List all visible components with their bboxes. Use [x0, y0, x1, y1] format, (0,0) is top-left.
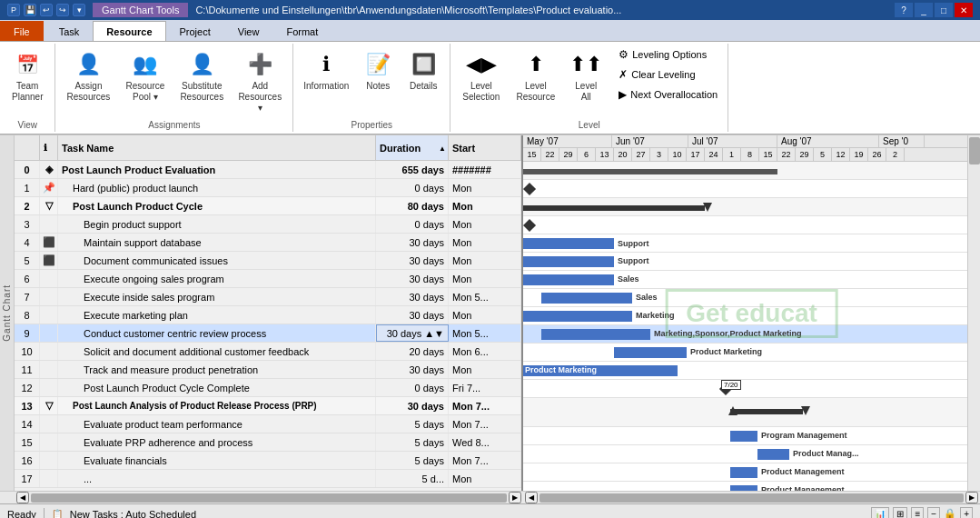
- table-header: ℹ Task Name Duration ▲ Start: [15, 135, 521, 161]
- table-body: 0 ◈ Post Launch Product Evaluation 655 d…: [15, 161, 521, 488]
- gantt-row-17: Product Management: [523, 482, 980, 491]
- tab-task[interactable]: Task: [45, 21, 94, 41]
- information-label: Information: [303, 81, 349, 92]
- team-planner-btn[interactable]: 📅 TeamPlanner: [5, 45, 49, 107]
- view-gantt-btn[interactable]: 📊: [871, 507, 889, 518]
- td-duration: 80 days: [376, 197, 449, 214]
- day-17: 17: [687, 148, 705, 161]
- status-bar: Ready 📋 New Tasks : Auto Scheduled 📊 ⊞ ≡…: [0, 503, 980, 518]
- view-timeline-btn[interactable]: ≡: [911, 507, 924, 518]
- details-btn[interactable]: 🔲 Details: [402, 45, 444, 96]
- next-overallocation-btn[interactable]: ▶ Next Overallocation: [614, 85, 722, 104]
- chart-scroll-left-btn[interactable]: ◀: [525, 492, 538, 503]
- zoom-out-btn[interactable]: −: [927, 507, 940, 518]
- day-6: 6: [578, 148, 596, 161]
- information-icon: ℹ: [312, 50, 341, 79]
- td-start: Mon: [449, 197, 521, 214]
- tab-resource[interactable]: Resource: [93, 21, 165, 41]
- vertical-scrollbar[interactable]: [967, 135, 980, 491]
- td-indicator: [40, 470, 58, 487]
- table-row[interactable]: 10 Solicit and document additional custo…: [15, 343, 521, 361]
- table-row[interactable]: 15 Evaluate PRP adherence and process 5 …: [15, 433, 521, 452]
- td-indicator: [40, 324, 58, 342]
- gantt-row-3: [523, 216, 980, 234]
- scrollbar-spacer-left: [0, 492, 15, 503]
- table-row[interactable]: 1 📌 Hard (public) product launch 0 days …: [15, 179, 521, 197]
- table-row[interactable]: 5 ⬛ Document communicated issues 30 days…: [15, 252, 521, 270]
- bar-summary-0: [523, 169, 777, 174]
- td-start: Wed 8...: [449, 433, 521, 451]
- information-btn[interactable]: ℹ Information: [299, 45, 353, 96]
- scroll-thumb-h[interactable]: [31, 493, 507, 503]
- toolbar-icon[interactable]: ▾: [73, 4, 85, 16]
- tab-project[interactable]: Project: [166, 21, 224, 41]
- leveling-options-btn[interactable]: ⚙ Leveling Options: [614, 45, 722, 64]
- level-selection-btn[interactable]: ◀▶ LevelSelection: [456, 45, 506, 107]
- resource-pool-btn[interactable]: 👥 ResourcePool ▾: [119, 45, 171, 107]
- scroll-thumb-v[interactable]: [969, 137, 980, 164]
- td-duration: 20 days: [376, 343, 449, 360]
- level-all-label: LevelAll: [575, 81, 597, 103]
- td-id: 15: [15, 433, 40, 451]
- chart-scroll-right-btn[interactable]: ▶: [965, 492, 978, 503]
- table-row[interactable]: 13 ▽ Post Launch Analysis of Product Rel…: [15, 397, 521, 415]
- td-id: 6: [15, 270, 40, 287]
- app-icon: P: [7, 4, 20, 16]
- notes-btn[interactable]: 📝 Notes: [357, 45, 399, 96]
- tab-view[interactable]: View: [224, 21, 273, 41]
- td-id: 16: [15, 452, 40, 469]
- gantt-row-1: [523, 180, 980, 198]
- chart-scroll-thumb[interactable]: [539, 493, 964, 503]
- close-btn[interactable]: ✕: [955, 3, 973, 17]
- td-duration: 5 days: [376, 452, 449, 469]
- add-resources-btn[interactable]: ➕ AddResources ▾: [233, 45, 287, 118]
- minimize-btn[interactable]: _: [915, 3, 933, 17]
- help-btn[interactable]: ?: [895, 3, 913, 17]
- td-start: Mon 5...: [449, 324, 521, 342]
- assign-resources-btn[interactable]: 👤 AssignResources: [61, 45, 115, 107]
- th-duration[interactable]: Duration ▲: [376, 135, 449, 160]
- clear-leveling-btn[interactable]: ✗ Clear Leveling: [614, 65, 722, 84]
- tab-file[interactable]: File: [0, 21, 44, 41]
- table-row[interactable]: 6 Execute ongoing sales program 30 days …: [15, 270, 521, 288]
- table-row[interactable]: 9 Conduct customer centric review proces…: [15, 324, 521, 343]
- table-row[interactable]: 17 ... 5 d... Mon: [15, 470, 521, 488]
- redo-icon[interactable]: ↪: [56, 4, 69, 16]
- bar-10: Product Marketing: [614, 347, 687, 358]
- td-id: 2: [15, 197, 40, 214]
- day-1: 1: [723, 148, 741, 161]
- table-row[interactable]: 2 ▽ Post Launch Product Cycle 80 days Mo…: [15, 197, 521, 215]
- table-row[interactable]: 16 Evaluate financials 5 days Mon 7...: [15, 452, 521, 470]
- view-table-btn[interactable]: ⊞: [893, 507, 907, 518]
- day-22b: 22: [777, 148, 796, 161]
- tab-format[interactable]: Format: [272, 21, 332, 41]
- maximize-btn[interactable]: □: [935, 3, 953, 17]
- td-id: 1: [15, 179, 40, 196]
- td-start: Mon: [449, 270, 521, 287]
- save-icon[interactable]: 💾: [24, 4, 36, 16]
- substitute-resources-btn[interactable]: 👤 SubstituteResources: [174, 45, 229, 107]
- level-resource-btn[interactable]: ⬆ LevelResource: [510, 45, 561, 107]
- scroll-right-btn[interactable]: ▶: [509, 492, 521, 503]
- table-row[interactable]: 3 Begin product support 0 days Mon: [15, 215, 521, 234]
- table-row[interactable]: 8 Execute marketing plan 30 days Mon: [15, 306, 521, 324]
- level-all-btn[interactable]: ⬆⬆ LevelAll: [565, 45, 607, 107]
- bar-14: Program Management: [730, 431, 757, 442]
- zoom-in-btn[interactable]: +: [960, 507, 973, 518]
- table-row[interactable]: 14 Evaluate product team performance 5 d…: [15, 415, 521, 433]
- undo-icon[interactable]: ↩: [40, 4, 53, 16]
- table-row[interactable]: 0 ◈ Post Launch Product Evaluation 655 d…: [15, 161, 521, 179]
- bar-6: Sales: [523, 274, 614, 285]
- table-row[interactable]: 4 ⬛ Maintain support database 30 days Mo…: [15, 234, 521, 252]
- bar-label-14: Program Management: [761, 431, 847, 440]
- table-row[interactable]: 7 Execute inside sales program 30 days M…: [15, 288, 521, 306]
- scroll-left-btn[interactable]: ◀: [16, 492, 29, 503]
- gantt-rows: Support Support Sales Sales: [523, 162, 980, 491]
- table-row[interactable]: 11 Track and measure product penetration…: [15, 361, 521, 379]
- td-duration[interactable]: 30 days ▲▼: [376, 324, 449, 342]
- td-duration: 5 days: [376, 415, 449, 433]
- next-overallocation-icon: ▶: [619, 88, 627, 101]
- level-side-buttons: ⚙ Leveling Options ✗ Clear Leveling ▶ Ne…: [614, 45, 722, 104]
- table-row[interactable]: 12 Post Launch Product Cycle Complete 0 …: [15, 379, 521, 397]
- next-overallocation-label: Next Overallocation: [630, 89, 718, 100]
